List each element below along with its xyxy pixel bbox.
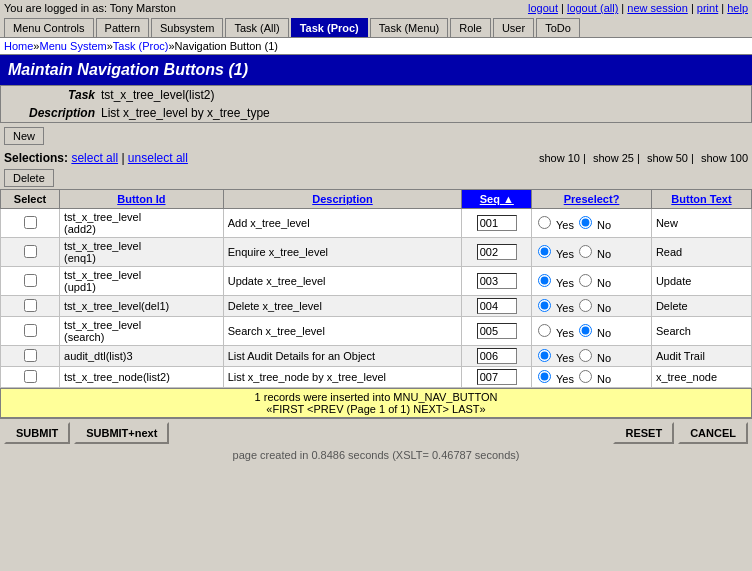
breadcrumb-current: Navigation Button (1) — [175, 40, 278, 52]
submit-next-button[interactable]: SUBMIT+next — [74, 422, 169, 444]
seq-input-5[interactable] — [477, 348, 517, 364]
preselect-no-4[interactable] — [579, 324, 592, 337]
data-table: Select Button Id Description Seq ▲ Prese… — [0, 189, 752, 388]
preselect-yes-label: Yes — [553, 327, 577, 339]
breadcrumb-home[interactable]: Home — [4, 40, 33, 52]
tab-task-menu[interactable]: Task (Menu) — [370, 18, 449, 37]
description-label: Description — [5, 106, 95, 120]
preselect-yes-0[interactable] — [538, 216, 551, 229]
cell-preselect: Yes No — [532, 346, 652, 367]
preselect-no-label: No — [594, 248, 611, 260]
cell-button-id: tst_x_tree_node(list2) — [60, 367, 224, 388]
preselect-yes-2[interactable] — [538, 274, 551, 287]
status-bar: 1 records were inserted into MNU_NAV_BUT… — [0, 388, 752, 418]
seq-input-6[interactable] — [477, 369, 517, 385]
th-description: Description — [223, 190, 462, 209]
row-checkbox-4[interactable] — [24, 324, 37, 337]
cell-seq — [462, 367, 532, 388]
tab-pattern[interactable]: Pattern — [96, 18, 149, 37]
new-button[interactable]: New — [4, 127, 44, 145]
tab-task-proc[interactable]: Task (Proc) — [291, 18, 368, 37]
preselect-yes-4[interactable] — [538, 324, 551, 337]
preselect-no-1[interactable] — [579, 245, 592, 258]
preselect-yes-6[interactable] — [538, 370, 551, 383]
cancel-button[interactable]: CANCEL — [678, 422, 748, 444]
table-row: tst_x_tree_level(del1)Delete x_tree_leve… — [1, 296, 752, 317]
seq-input-3[interactable] — [477, 298, 517, 314]
logout-link[interactable]: logout — [528, 2, 558, 14]
tab-user[interactable]: User — [493, 18, 534, 37]
preselect-no-3[interactable] — [579, 299, 592, 312]
preselect-no-0[interactable] — [579, 216, 592, 229]
table-row: tst_x_tree_level (add2)Add x_tree_level … — [1, 209, 752, 238]
cell-description: Add x_tree_level — [223, 209, 462, 238]
delete-button[interactable]: Delete — [4, 169, 54, 187]
sort-button-text[interactable]: Button Text — [671, 193, 731, 205]
cell-seq — [462, 317, 532, 346]
show-10[interactable]: show 10 — [539, 152, 580, 164]
cell-button-text: Audit Trail — [651, 346, 751, 367]
sort-button-id[interactable]: Button Id — [117, 193, 165, 205]
preselect-no-label: No — [594, 302, 611, 314]
cell-preselect: Yes No — [532, 238, 652, 267]
cell-preselect: Yes No — [532, 209, 652, 238]
select-all-link[interactable]: select all — [71, 151, 118, 165]
unselect-all-link[interactable]: unselect all — [128, 151, 188, 165]
breadcrumb-menu-system[interactable]: Menu System — [39, 40, 106, 52]
th-button-text: Button Text — [651, 190, 751, 209]
tab-role[interactable]: Role — [450, 18, 491, 37]
row-checkbox-0[interactable] — [24, 216, 37, 229]
preselect-yes-5[interactable] — [538, 349, 551, 362]
table-row: tst_x_tree_level (search)Search x_tree_l… — [1, 317, 752, 346]
new-session-link[interactable]: new session — [627, 2, 688, 14]
cell-seq — [462, 238, 532, 267]
show-100[interactable]: show 100 — [701, 152, 748, 164]
preselect-no-6[interactable] — [579, 370, 592, 383]
sort-description[interactable]: Description — [312, 193, 373, 205]
table-header-row: Select Button Id Description Seq ▲ Prese… — [1, 190, 752, 209]
table-row: audit_dtl(list)3List Audit Details for a… — [1, 346, 752, 367]
preselect-no-label: No — [594, 277, 611, 289]
seq-input-4[interactable] — [477, 323, 517, 339]
breadcrumb-task-proc[interactable]: Task (Proc) — [113, 40, 169, 52]
preselect-yes-1[interactable] — [538, 245, 551, 258]
preselect-no-2[interactable] — [579, 274, 592, 287]
logout-all-link[interactable]: logout (all) — [567, 2, 618, 14]
row-checkbox-3[interactable] — [24, 299, 37, 312]
preselect-no-5[interactable] — [579, 349, 592, 362]
sort-seq[interactable]: Seq ▲ — [480, 193, 514, 205]
description-row: Description List x_tree_level by x_tree_… — [1, 104, 751, 122]
show-25[interactable]: show 25 — [593, 152, 634, 164]
sort-preselect[interactable]: Preselect? — [564, 193, 620, 205]
cell-button-text: Delete — [651, 296, 751, 317]
task-info: Task tst_x_tree_level(list2) Description… — [0, 85, 752, 123]
tab-menu-controls[interactable]: Menu Controls — [4, 18, 94, 37]
preselect-yes-3[interactable] — [538, 299, 551, 312]
tab-task-all[interactable]: Task (All) — [225, 18, 288, 37]
tab-subsystem[interactable]: Subsystem — [151, 18, 223, 37]
task-row: Task tst_x_tree_level(list2) — [1, 86, 751, 104]
seq-input-1[interactable] — [477, 244, 517, 260]
row-checkbox-5[interactable] — [24, 349, 37, 362]
selections-label: Selections: — [4, 151, 68, 165]
preselect-yes-label: Yes — [553, 219, 577, 231]
submit-button[interactable]: SUBMIT — [4, 422, 70, 444]
print-link[interactable]: print — [697, 2, 718, 14]
row-checkbox-1[interactable] — [24, 245, 37, 258]
cell-preselect: Yes No — [532, 267, 652, 296]
seq-input-0[interactable] — [477, 215, 517, 231]
row-checkbox-2[interactable] — [24, 274, 37, 287]
top-bar: You are logged in as: Tony Marston logou… — [0, 0, 752, 16]
preselect-yes-label: Yes — [553, 373, 577, 385]
tab-todo[interactable]: ToDo — [536, 18, 580, 37]
cell-button-text: Read — [651, 238, 751, 267]
reset-button[interactable]: RESET — [613, 422, 674, 444]
cell-description: List x_tree_node by x_tree_level — [223, 367, 462, 388]
cell-button-id: tst_x_tree_level (upd1) — [60, 267, 224, 296]
seq-input-2[interactable] — [477, 273, 517, 289]
help-link[interactable]: help — [727, 2, 748, 14]
preselect-no-label: No — [594, 327, 611, 339]
row-checkbox-6[interactable] — [24, 370, 37, 383]
show-50[interactable]: show 50 — [647, 152, 688, 164]
table-row: tst_x_tree_node(list2)List x_tree_node b… — [1, 367, 752, 388]
